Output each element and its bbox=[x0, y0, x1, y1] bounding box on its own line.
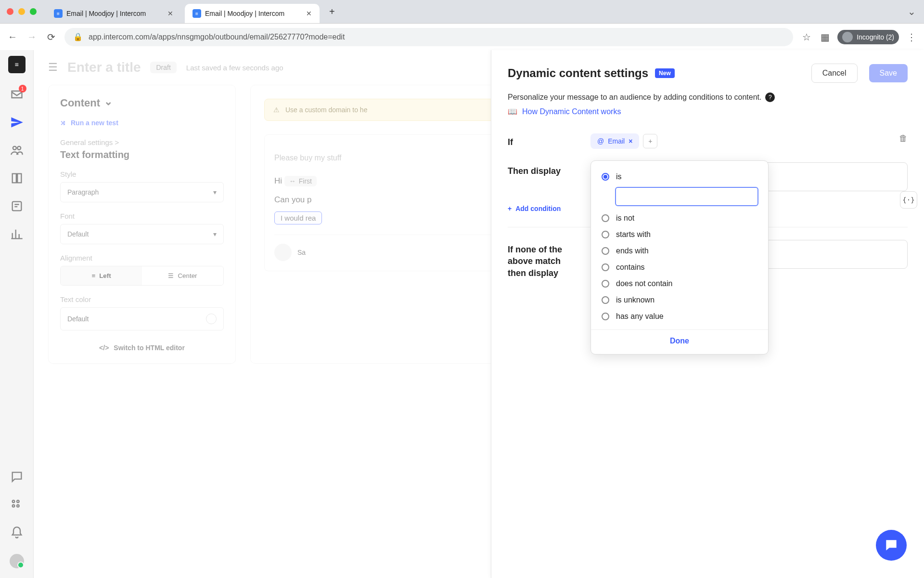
svg-point-1 bbox=[17, 146, 21, 150]
extensions-icon[interactable]: ▦ bbox=[819, 31, 831, 43]
operator-popover: is is not starts with bbox=[590, 160, 769, 355]
svg-point-6 bbox=[17, 505, 19, 507]
svg-point-5 bbox=[12, 505, 14, 507]
intercom-launcher[interactable] bbox=[876, 530, 907, 561]
radio-icon bbox=[602, 263, 609, 271]
tab-title: Email | Moodjoy | Intercom bbox=[205, 10, 284, 17]
star-icon[interactable]: ☆ bbox=[801, 31, 812, 43]
option-ends-with[interactable]: ends with bbox=[601, 243, 758, 259]
svg-point-0 bbox=[13, 146, 16, 150]
option-label: starts with bbox=[616, 230, 651, 239]
reports-icon[interactable] bbox=[10, 227, 24, 241]
option-label: contains bbox=[616, 263, 645, 272]
option-label: is bbox=[616, 172, 622, 181]
articles-icon[interactable] bbox=[10, 171, 24, 185]
rules-container: If @ Email × + 🗑 Then display {·} bbox=[508, 133, 908, 279]
panel-title: Dynamic content settings bbox=[508, 66, 648, 80]
option-label: is unknown bbox=[616, 296, 654, 304]
operator-icon[interactable] bbox=[10, 199, 24, 213]
nav-rail: ≡ 1 bbox=[0, 50, 34, 578]
menu-icon[interactable]: ⋮ bbox=[906, 31, 917, 43]
help-icon[interactable]: ? bbox=[765, 92, 775, 102]
fallback-label: If none of the above match then display bbox=[508, 240, 575, 279]
messenger-icon[interactable] bbox=[10, 470, 24, 484]
inbox-icon[interactable]: 1 bbox=[10, 88, 24, 101]
user-avatar[interactable] bbox=[10, 554, 24, 568]
inbox-badge: 1 bbox=[19, 85, 26, 92]
add-attribute-button[interactable]: + bbox=[643, 134, 657, 148]
close-window-icon[interactable] bbox=[7, 8, 13, 15]
add-condition-label: Add condition bbox=[515, 205, 561, 212]
delete-condition-icon[interactable]: 🗑 bbox=[899, 133, 908, 144]
at-icon: @ bbox=[597, 137, 604, 145]
new-tab-button[interactable]: + bbox=[329, 6, 335, 17]
option-label: is not bbox=[616, 214, 634, 223]
plus-icon: + bbox=[508, 205, 512, 212]
titlebar: ≡ Email | Moodjoy | Intercom ✕ ≡ Email |… bbox=[0, 0, 924, 23]
code-toggle-button[interactable]: {·} bbox=[900, 191, 917, 209]
then-label: Then display bbox=[508, 162, 575, 176]
browser-tab-active[interactable]: ≡ Email | Moodjoy | Intercom ✕ bbox=[185, 4, 320, 23]
panel-header: Dynamic content settings New Cancel Save bbox=[508, 64, 908, 83]
chevron-down-icon[interactable]: ⌄ bbox=[906, 6, 917, 17]
radio-icon bbox=[602, 280, 609, 288]
dynamic-content-panel: Dynamic content settings New Cancel Save… bbox=[491, 50, 924, 578]
notifications-icon[interactable] bbox=[10, 526, 24, 539]
intercom-favicon-icon: ≡ bbox=[54, 9, 63, 18]
outbound-icon[interactable] bbox=[10, 116, 24, 129]
if-row: If @ Email × + 🗑 bbox=[508, 133, 908, 149]
radio-icon bbox=[602, 173, 609, 181]
reload-icon[interactable]: ⟳ bbox=[45, 31, 57, 43]
description-text: Personalize your message to an audience … bbox=[508, 93, 761, 102]
option-contains[interactable]: contains bbox=[601, 259, 758, 276]
apps-icon[interactable] bbox=[10, 498, 24, 512]
radio-icon bbox=[602, 214, 609, 222]
option-is-unknown[interactable]: is unknown bbox=[601, 292, 758, 308]
condition-attribute-chip[interactable]: @ Email × bbox=[590, 133, 639, 149]
cancel-button[interactable]: Cancel bbox=[811, 64, 858, 83]
remove-chip-icon[interactable]: × bbox=[629, 137, 632, 145]
browser-toolbar: ← → ⟳ 🔒 app.intercom.com/a/apps/nnsgmgob… bbox=[0, 23, 924, 50]
save-button[interactable]: Save bbox=[869, 64, 908, 82]
panel-description: Personalize your message to an audience … bbox=[508, 92, 908, 102]
then-row: Then display {·} is is not bbox=[508, 162, 908, 191]
maximize-window-icon[interactable] bbox=[30, 8, 37, 15]
close-tab-icon[interactable]: ✕ bbox=[306, 10, 312, 17]
learn-more-link[interactable]: 📖 How Dynamic Content works bbox=[508, 107, 908, 116]
option-does-not-contain[interactable]: does not contain bbox=[601, 276, 758, 292]
lock-icon: 🔒 bbox=[73, 32, 83, 41]
option-is[interactable]: is bbox=[601, 169, 758, 185]
incognito-label: Incognito (2) bbox=[857, 33, 894, 41]
incognito-badge[interactable]: Incognito (2) bbox=[837, 30, 899, 44]
intercom-logo-icon[interactable]: ≡ bbox=[8, 56, 26, 73]
condition-attribute-label: Email bbox=[608, 137, 625, 145]
radio-icon bbox=[602, 247, 609, 255]
new-badge: New bbox=[655, 68, 675, 78]
minimize-window-icon[interactable] bbox=[18, 8, 25, 15]
option-is-not[interactable]: is not bbox=[601, 210, 758, 226]
done-button[interactable]: Done bbox=[591, 329, 768, 346]
url-text: app.intercom.com/a/apps/nnsgmgob/outboun… bbox=[89, 33, 345, 41]
main-area: ☰ Enter a title Draft Last saved a few s… bbox=[34, 50, 924, 578]
radio-icon bbox=[602, 231, 609, 238]
book-icon: 📖 bbox=[508, 107, 517, 116]
option-has-any-value[interactable]: has any value bbox=[601, 308, 758, 325]
url-bar[interactable]: 🔒 app.intercom.com/a/apps/nnsgmgob/outbo… bbox=[64, 28, 793, 46]
option-starts-with[interactable]: starts with bbox=[601, 226, 758, 243]
condition-value-input[interactable] bbox=[615, 187, 758, 206]
browser-tab[interactable]: ≡ Email | Moodjoy | Intercom ✕ bbox=[46, 4, 181, 23]
svg-point-4 bbox=[17, 500, 19, 503]
svg-point-3 bbox=[12, 500, 14, 503]
forward-icon[interactable]: → bbox=[26, 31, 38, 43]
option-label: does not contain bbox=[616, 279, 672, 288]
option-label: ends with bbox=[616, 247, 649, 255]
tab-title: Email | Moodjoy | Intercom bbox=[66, 10, 146, 17]
app-root: ≡ 1 ☰ E bbox=[0, 50, 924, 578]
contacts-icon[interactable] bbox=[10, 144, 24, 157]
incognito-icon bbox=[842, 32, 853, 42]
back-icon[interactable]: ← bbox=[7, 31, 18, 43]
close-tab-icon[interactable]: ✕ bbox=[167, 10, 173, 17]
option-label: has any value bbox=[616, 312, 664, 321]
radio-icon bbox=[602, 296, 609, 304]
window-controls bbox=[7, 8, 37, 15]
